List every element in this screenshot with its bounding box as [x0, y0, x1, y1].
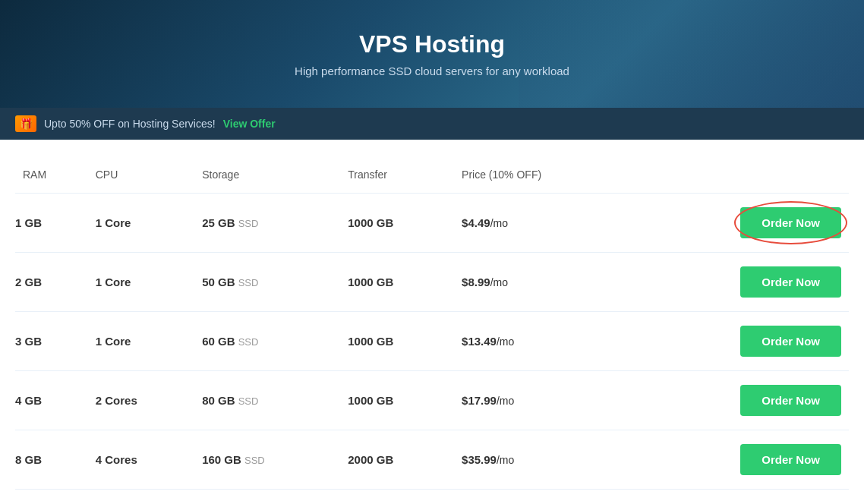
main-content: RAM CPU Storage Transfer Price (10% OFF)…: [0, 140, 864, 504]
order-now-button[interactable]: Order Now: [740, 444, 841, 475]
cell-storage: 50 GB SSD: [194, 253, 340, 312]
cell-price: $13.49/mo: [454, 312, 632, 371]
cell-ram: 4 GB: [15, 371, 88, 430]
col-cpu: CPU: [88, 162, 194, 194]
pricing-table: RAM CPU Storage Transfer Price (10% OFF)…: [15, 162, 849, 490]
cell-ram: 2 GB: [15, 253, 88, 312]
cell-ram: 3 GB: [15, 312, 88, 371]
cell-order: Order Now: [632, 253, 849, 312]
order-now-button-highlight[interactable]: Order Now: [740, 207, 841, 238]
cell-price: $8.99/mo: [454, 253, 632, 312]
hero-subtitle: High performance SSD cloud servers for a…: [295, 65, 569, 77]
table-row: 3 GB1 Core60 GB SSD1000 GB$13.49/moOrder…: [15, 312, 849, 371]
cell-price: $17.99/mo: [454, 371, 632, 430]
view-offer-link[interactable]: View Offer: [223, 118, 276, 130]
promo-bar: 🎁 Upto 50% OFF on Hosting Services! View…: [0, 108, 864, 140]
cell-order: Order Now: [632, 371, 849, 430]
cell-transfer: 1000 GB: [340, 371, 454, 430]
order-now-button[interactable]: Order Now: [740, 266, 841, 298]
cell-storage: 25 GB SSD: [194, 194, 340, 253]
cell-order: Order Now: [632, 312, 849, 371]
cell-price: $4.49/mo: [454, 194, 632, 253]
cell-storage: 80 GB SSD: [194, 371, 340, 430]
hero-title: VPS Hosting: [359, 30, 505, 58]
table-header-row: RAM CPU Storage Transfer Price (10% OFF): [15, 162, 849, 194]
cell-cpu: 1 Core: [88, 253, 194, 312]
cell-order: Order Now: [632, 194, 849, 253]
cell-storage: 60 GB SSD: [194, 312, 340, 371]
hero-section: VPS Hosting High performance SSD cloud s…: [0, 0, 864, 108]
table-row: 2 GB1 Core50 GB SSD1000 GB$8.99/moOrder …: [15, 253, 849, 312]
cell-cpu: 4 Cores: [88, 430, 194, 490]
promo-icon: 🎁: [15, 115, 36, 132]
cell-order: Order Now: [632, 430, 849, 490]
table-row: 1 GB1 Core25 GB SSD1000 GB$4.49/moOrder …: [15, 194, 849, 253]
table-row: 8 GB4 Cores160 GB SSD2000 GB$35.99/moOrd…: [15, 430, 849, 490]
cell-cpu: 1 Core: [88, 194, 194, 253]
col-price: Price (10% OFF): [454, 162, 632, 194]
cell-price: $35.99/mo: [454, 430, 632, 490]
cell-transfer: 1000 GB: [340, 312, 454, 371]
col-storage: Storage: [194, 162, 340, 194]
cell-transfer: 1000 GB: [340, 194, 454, 253]
cell-storage: 160 GB SSD: [194, 430, 340, 490]
cell-cpu: 1 Core: [88, 312, 194, 371]
col-ram: RAM: [15, 162, 88, 194]
cell-cpu: 2 Cores: [88, 371, 194, 430]
cell-transfer: 1000 GB: [340, 253, 454, 312]
order-now-button[interactable]: Order Now: [740, 385, 841, 416]
cell-ram: 1 GB: [15, 194, 88, 253]
cell-ram: 8 GB: [15, 430, 88, 490]
order-now-button[interactable]: Order Now: [740, 326, 841, 357]
cell-transfer: 2000 GB: [340, 430, 454, 490]
col-action: [632, 162, 849, 194]
col-transfer: Transfer: [340, 162, 454, 194]
table-row: 4 GB2 Cores80 GB SSD1000 GB$17.99/moOrde…: [15, 371, 849, 430]
promo-text: Upto 50% OFF on Hosting Services!: [44, 118, 216, 130]
